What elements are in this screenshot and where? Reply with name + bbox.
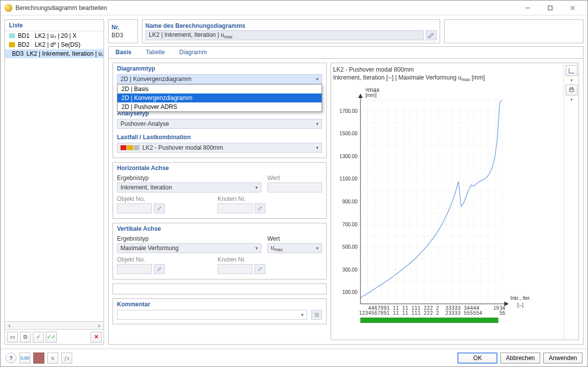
svg-text:1700.00: 1700.00 [340,108,358,113]
list-item-label: LK2 | uₓ | 20 | X [35,32,77,39]
tab-diagramm[interactable]: Diagramm [172,47,214,58]
svg-text:1100.00: 1100.00 [340,176,358,182]
list-item-id: BD2 [18,41,32,48]
haxis-ergebnistyp-label: Ergebnistyp [117,175,261,182]
svg-text:5: 5 [476,310,479,316]
window-title: Berechnungsdiagramm bearbeiten [15,4,516,11]
dropdown-option[interactable]: 2D | Konvergenzdiagramm [118,93,322,102]
diagram-list[interactable]: BD1 LK2 | uₓ | 20 | X BD2 LK2 | d* | Se(… [5,31,104,321]
chevron-down-icon[interactable]: ▾ [571,97,573,102]
pick-object-button[interactable]: ⤢ [154,264,165,274]
svg-text:5: 5 [464,310,467,316]
diagramtype-dropdown-list[interactable]: 2D | Basis2D | Konvergenzdiagramm2D | Pu… [117,84,322,112]
chart-panel: LK2 - Pushover modal 800mm Inkrement, It… [331,63,579,340]
list-item[interactable]: BD2 LK2 | d* | Se(DS) [5,40,104,49]
close-button[interactable] [561,1,584,15]
chevron-down-icon: ▾ [316,121,319,126]
svg-text:1: 1 [387,310,390,316]
pick-node-button[interactable]: ⤢ [254,264,265,274]
color-swatch [9,42,15,47]
dropdown-option[interactable]: 2D | Pushover ADRS [118,102,322,111]
chart-print-tool[interactable] [566,85,578,95]
comment-library-button[interactable]: ⧉ [311,310,322,320]
loadcase-title: Lastfall / Lastkombination [117,134,322,141]
copy-diagram-button[interactable]: ⧉ [20,332,31,343]
vaxis-wert-label: Wert [267,235,322,242]
list-item-id: BD3 [12,50,23,57]
check-button-1[interactable]: ✓ [33,332,44,343]
diagramtype-select[interactable]: 2D | Konvergenzdiagramm▾ [117,74,322,84]
svg-rect-124 [570,88,573,89]
nr-field: Nr. BD3 [108,19,138,43]
maximize-button[interactable] [539,1,561,15]
haxis-ergebnistyp-select[interactable]: Inkrement, Iteration▾ [117,183,261,192]
list-item[interactable]: BD1 LK2 | uₓ | 20 | X [5,31,104,40]
chart-axes-tool[interactable] [566,65,578,76]
edit-name-button[interactable] [426,30,437,40]
tab-basis[interactable]: Basis [109,47,139,58]
minimize-button[interactable] [516,1,539,15]
svg-text:2: 2 [436,310,439,316]
svg-text:1: 1 [396,310,399,316]
diagramtype-title: Diagrammtyp [117,65,322,72]
svg-text:3: 3 [458,310,461,316]
loadcase-select[interactable]: LK2 - Pushover modal 800mm ▾ [117,143,322,153]
check-button-2[interactable]: ✓✓ [46,332,57,343]
help-button[interactable]: ? [5,353,16,364]
list-item-id: BD1 [18,32,32,39]
layer-button[interactable]: ≡ [47,353,58,364]
apply-button[interactable]: Anwenden [543,353,583,364]
list-item[interactable]: BD3 LK2 | Inkrement, Iteration | u… [5,49,104,58]
svg-text:1: 1 [415,310,418,316]
svg-text:700.00: 700.00 [342,221,357,227]
svg-text:2: 2 [430,310,433,316]
pick-node-button[interactable]: ⤢ [254,203,265,213]
section-vaxis: Vertikale Achse Ergebnistyp Maximale Ver… [113,223,327,279]
delete-diagram-button[interactable]: ✕ [91,332,102,343]
svg-rect-1 [548,6,552,10]
vaxis-knoten-input [218,264,252,274]
new-diagram-button[interactable]: ▭ [7,332,18,343]
name-input[interactable]: LK2 | Inkrement, Iteration | umax [145,30,424,40]
section-diagramtype: Diagrammtyp 2D | Konvergenzdiagramm▾ 2D … [113,63,327,158]
svg-text:5: 5 [467,310,470,316]
svg-text:5: 5 [371,310,374,316]
chevron-down-icon: ▾ [316,77,319,82]
haxis-knoten-label: Knoten Nr. [218,195,322,202]
scroll-right-icon[interactable]: › [96,322,103,329]
chevron-down-icon: ▾ [255,246,258,251]
pick-object-button[interactable]: ⤢ [154,203,165,213]
haxis-knoten-input [218,203,252,213]
chevron-down-icon: ▾ [316,145,319,150]
svg-rect-123 [570,89,574,92]
svg-rect-122 [360,318,498,323]
tab-tabelle[interactable]: Tabelle [139,47,172,58]
units-button[interactable]: 0,00 [19,353,30,364]
svg-text:Inkr., Iter.: Inkr., Iter. [510,295,531,301]
vaxis-ergebnistyp-select[interactable]: Maximale Verformung▾ [117,243,261,253]
cancel-button[interactable]: Abbrechen [500,353,540,364]
svg-text:1: 1 [418,310,421,316]
analysetype-select[interactable]: Pushover-Analyse▾ [117,119,322,129]
svg-text:1300.00: 1300.00 [340,154,358,159]
fx-button[interactable]: ƒx [61,353,72,364]
svg-text:3: 3 [449,310,452,316]
color-button[interactable] [33,353,44,364]
svg-text:4: 4 [479,310,482,316]
vaxis-objekt-input [117,264,152,274]
haxis-objekt-input [117,203,152,213]
haxis-wert-label: Wert [267,175,322,182]
chevron-down-icon[interactable]: ▾ [571,78,573,83]
ok-button[interactable]: OK [458,353,497,364]
comment-input[interactable]: ▾ [117,310,307,320]
svg-text:2: 2 [424,310,427,316]
svg-text:1: 1 [412,310,415,316]
list-header: Liste [5,20,104,31]
scroll-left-icon[interactable]: ‹ [6,322,13,329]
vaxis-wert-select[interactable]: umax▾ [267,243,322,253]
haxis-wert-input [267,183,322,192]
status-bar: ? 0,00 ≡ ƒx OK Abbrechen Anwenden [0,349,588,367]
list-hscroll[interactable]: ‹ › [5,321,104,329]
svg-text:3: 3 [365,310,368,316]
dropdown-option[interactable]: 2D | Basis [118,85,322,93]
